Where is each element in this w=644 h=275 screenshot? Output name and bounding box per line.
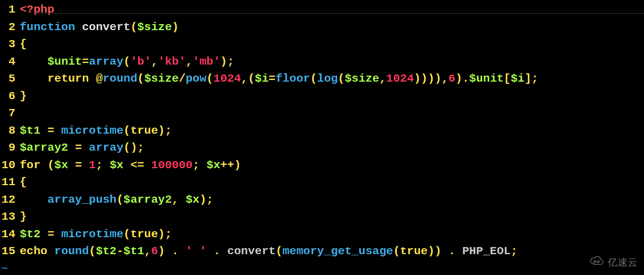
token: ( [123, 124, 131, 137]
token: array [89, 55, 123, 68]
code-content[interactable]: return @round($size/pow(1024,($i=floor(l… [20, 70, 644, 88]
cloud-icon [589, 255, 605, 272]
empty-line-tilde: ~ [0, 260, 644, 276]
token: 1 [89, 159, 96, 171]
token: PHP_EOL [462, 245, 511, 257]
token: array [89, 141, 123, 154]
token: round [54, 245, 89, 257]
code-line[interactable]: 11{ [0, 174, 644, 191]
token: = [41, 228, 61, 240]
token: )))), [414, 72, 449, 85]
token: ++) [221, 159, 241, 171]
line-number: 10 [0, 157, 20, 174]
code-content[interactable]: echo round($t2-$t1,6) . ' ' . convert(me… [20, 243, 644, 260]
token: $i [511, 72, 524, 85]
token: floor [275, 72, 310, 85]
code-line[interactable]: 3{ [0, 36, 644, 53]
code-line[interactable]: 1<?php [0, 1, 644, 19]
token: $size [137, 21, 172, 33]
code-line[interactable]: 4 $unit=array('b','kb','mb'); [0, 53, 644, 71]
token: = [68, 141, 89, 154]
code-content[interactable]: { [20, 174, 644, 191]
token: ); [221, 55, 234, 68]
token: = [269, 72, 276, 85]
token: ; [193, 159, 206, 171]
code-editor[interactable]: 1<?php2function convert($size)3{4 $unit=… [0, 0, 644, 260]
code-line[interactable]: 6} [0, 88, 644, 105]
token: ( [206, 72, 213, 85]
token: ; [96, 159, 110, 171]
token: 6 [449, 72, 456, 85]
token: (); [123, 141, 144, 154]
code-content[interactable]: array_push($array2, $x); [20, 191, 644, 209]
token: $x [110, 159, 123, 171]
token: 'mb' [193, 55, 220, 68]
token: echo [20, 245, 47, 257]
code-line[interactable]: 10for ($x = 1; $x <= 100000; $x++) [0, 157, 644, 174]
token: ); [158, 124, 172, 137]
token: . [442, 245, 462, 257]
token: = [82, 55, 89, 68]
code-content[interactable]: for ($x = 1; $x <= 100000; $x++) [20, 157, 644, 174]
line-number: 4 [0, 53, 20, 71]
watermark-text: 亿速云 [608, 256, 637, 271]
line-number: 6 [0, 88, 20, 105]
code-line[interactable]: 9$array2 = array(); [0, 139, 644, 157]
token: { [20, 38, 27, 50]
token: ( [89, 245, 96, 257]
token: $x [54, 159, 68, 171]
token: , [144, 245, 151, 257]
code-line[interactable]: 2function convert($size) [0, 19, 644, 36]
token: $size [144, 72, 179, 85]
code-content[interactable]: $array2 = array(); [20, 139, 644, 157]
token: { [20, 176, 27, 188]
token [20, 72, 47, 85]
code-line[interactable]: 5 return @round($size/pow(1024,($i=floor… [0, 70, 644, 88]
token: true [131, 124, 158, 137]
token: 1024 [386, 72, 414, 85]
svg-point-0 [594, 261, 596, 263]
code-content[interactable]: function convert($size) [20, 19, 644, 36]
code-line[interactable]: 8$t1 = microtime(true); [0, 122, 644, 140]
token: = [41, 124, 61, 137]
token: / [179, 72, 186, 85]
token: $i [255, 72, 269, 85]
code-line[interactable]: 12 array_push($array2, $x); [0, 191, 644, 209]
code-content[interactable]: { [20, 36, 644, 53]
code-content[interactable]: } [20, 88, 644, 105]
code-content[interactable]: $unit=array('b','kb','mb'); [20, 53, 644, 71]
line-number: 9 [0, 139, 20, 157]
token: ) [172, 21, 179, 33]
token: ( [275, 245, 283, 257]
token: $x [206, 159, 220, 171]
token: ). [455, 72, 469, 85]
token: 'b' [131, 55, 151, 68]
token: function [20, 21, 75, 33]
token: return [47, 72, 89, 85]
token: } [20, 90, 27, 102]
token: = [68, 159, 89, 171]
code-line[interactable]: 15echo round($t2-$t1,6) . ' ' . convert(… [0, 243, 644, 260]
code-line[interactable]: 13} [0, 208, 644, 226]
token: 1024 [213, 72, 241, 85]
token: <?php [20, 3, 54, 16]
token: ( [123, 55, 131, 68]
code-content[interactable]: } [20, 208, 644, 226]
token: convert [227, 245, 275, 257]
token: for [20, 159, 41, 171]
token [75, 21, 82, 33]
code-content[interactable]: <?php [20, 1, 644, 19]
token [20, 55, 47, 68]
code-line[interactable]: 14$t2 = microtime(true); [0, 226, 644, 243]
code-line[interactable]: 7 [0, 105, 644, 122]
token: ( [393, 245, 400, 257]
token: $unit [469, 72, 504, 85]
line-number: 5 [0, 70, 20, 88]
token: array_push [47, 193, 116, 206]
token: ; [511, 245, 518, 257]
code-content[interactable]: $t2 = microtime(true); [20, 226, 644, 243]
code-content[interactable]: $t1 = microtime(true); [20, 122, 644, 140]
token: ( [116, 193, 123, 206]
token: ); [158, 228, 172, 240]
line-number: 11 [0, 174, 20, 191]
